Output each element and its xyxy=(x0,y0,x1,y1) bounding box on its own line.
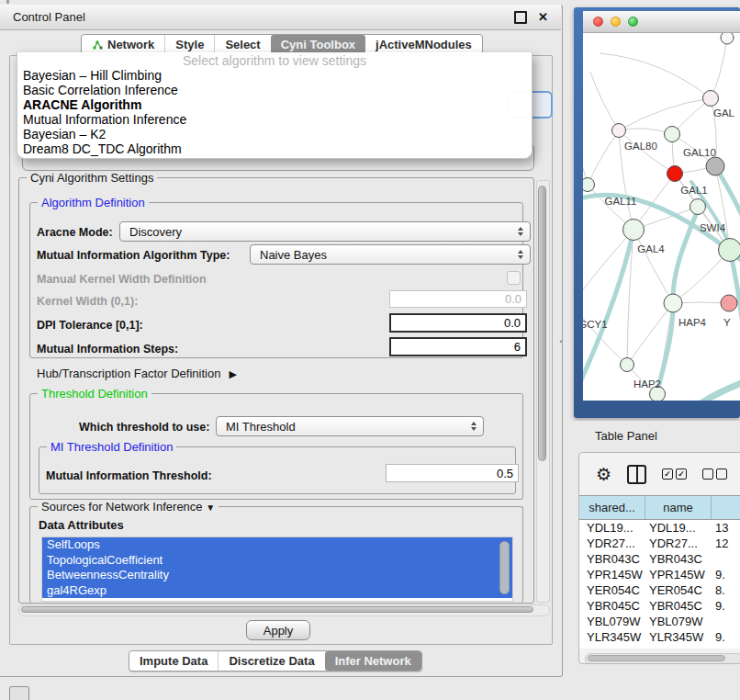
sources-group-title[interactable]: Sources for Network Inference ▼ xyxy=(38,500,219,514)
kernel-width-field[interactable]: 0.0 xyxy=(389,290,527,308)
dropdown-item-mutual-information[interactable]: Mutual Information Inference xyxy=(17,112,532,127)
which-threshold-select[interactable]: MI Threshold xyxy=(216,416,484,436)
table-row[interactable]: YBR045CYBR045C9. xyxy=(579,598,740,614)
dropdown-item-basic-correlation[interactable]: Basic Correlation Inference xyxy=(17,83,532,97)
tab-select[interactable]: Select xyxy=(214,35,270,54)
node-label: GAL11 xyxy=(605,196,637,207)
hub-definition-toggle[interactable]: Hub/Transcription Factor Definition▶ xyxy=(37,367,237,380)
tab-cyni-toolbox-label: Cyni Toolbox xyxy=(281,35,355,54)
table-row[interactable]: YPR145WYPR145W9. xyxy=(579,567,740,582)
tab-cyni-toolbox[interactable]: Cyni Toolbox xyxy=(271,35,365,54)
tab-select-label: Select xyxy=(225,35,260,54)
network-window-titlebar[interactable] xyxy=(583,11,740,33)
mi-type-select[interactable]: Naive Bayes xyxy=(250,244,531,265)
gear-icon[interactable]: ⚙ xyxy=(596,466,611,483)
node-unlabeled-mid[interactable] xyxy=(690,199,706,215)
zoom-window-icon[interactable] xyxy=(628,17,638,27)
settings-vertical-scrollbar-thumb[interactable] xyxy=(538,186,546,461)
node-gal80[interactable] xyxy=(612,124,626,138)
column-header-partial[interactable] xyxy=(712,496,740,519)
cell: YPR145W xyxy=(645,567,712,582)
deselect-all-icon[interactable] xyxy=(702,469,727,480)
manual-kernel-checkbox[interactable] xyxy=(507,271,521,285)
table-horizontal-scrollbar[interactable] xyxy=(585,653,740,664)
tab-impute-data-label: Impute Data xyxy=(140,651,207,671)
close-panel-icon[interactable]: ✕ xyxy=(538,11,548,23)
dropdown-item-bayesian-hill-climbing[interactable]: Bayesian – Hill Climbing xyxy=(17,68,532,83)
node-label: GCY1 xyxy=(583,319,608,330)
node-label: Y xyxy=(723,317,731,328)
cell: YDR27... xyxy=(579,536,645,551)
list-item-betweennesscentrality[interactable]: BetweennessCentrality xyxy=(42,568,512,583)
table-row[interactable]: YBR043CYBR043C xyxy=(579,551,740,567)
apply-button[interactable]: Apply xyxy=(246,620,310,640)
table-horizontal-scrollbar-thumb[interactable] xyxy=(588,655,725,661)
table-row[interactable]: YDR27...YDR27...12 xyxy=(579,536,740,551)
cell: YBR045C xyxy=(645,598,712,614)
mi-steps-field[interactable]: 6 xyxy=(389,337,527,356)
node-gray[interactable] xyxy=(706,157,724,175)
list-scrollbar-thumb[interactable] xyxy=(499,541,510,594)
cell xyxy=(712,551,740,567)
settings-vertical-scrollbar[interactable] xyxy=(536,180,550,603)
node-hap2[interactable] xyxy=(621,358,634,372)
list-item-topologicalcoefficient[interactable]: TopologicalCoefficient xyxy=(42,553,512,569)
tab-network[interactable]: Network xyxy=(82,35,164,54)
dropdown-item-aracne[interactable]: ARACNE Algorithm xyxy=(17,97,532,112)
node-y-partial[interactable] xyxy=(721,295,737,311)
node-unlabeled-top[interactable] xyxy=(721,33,734,44)
cell: 9. xyxy=(712,629,740,645)
column-header-shared-name[interactable]: shared... xyxy=(579,496,645,519)
table-row[interactable]: YBL079WYBL079W xyxy=(579,614,740,629)
cyni-settings-group-title: Cyni Algorithm Settings xyxy=(27,171,157,185)
table-panel-header: Table Panel xyxy=(564,421,740,450)
mi-threshold-definition-title: MI Threshold Definition xyxy=(47,440,176,454)
cell: YBR045C xyxy=(579,598,645,614)
cell xyxy=(712,614,740,629)
data-attributes-label: Data Attributes xyxy=(39,518,124,532)
tab-jactivemnodules[interactable]: jActiveMNodules xyxy=(365,35,482,54)
minimize-window-icon[interactable] xyxy=(611,17,621,27)
node-gal1[interactable] xyxy=(667,166,683,182)
docked-mini-button[interactable] xyxy=(9,686,29,700)
close-window-icon[interactable] xyxy=(593,17,603,27)
dpi-tolerance-label: DPI Tolerance [0,1]: xyxy=(37,319,143,332)
tab-infer-network[interactable]: Infer Network xyxy=(325,651,421,671)
table-row[interactable]: YLR345WYLR345W9. xyxy=(579,629,740,645)
node-swi4[interactable] xyxy=(719,239,740,262)
node-label: GAL xyxy=(713,107,735,119)
split-columns-icon[interactable] xyxy=(627,465,646,484)
algorithm-dropdown-list: Select algorithm to view settings Bayesi… xyxy=(17,52,533,159)
float-window-icon[interactable] xyxy=(514,11,527,24)
settings-horizontal-scrollbar[interactable] xyxy=(18,604,550,616)
table-row[interactable]: YDL19...YDL19...13 xyxy=(579,520,740,536)
tab-discretize-data[interactable]: Discretize Data xyxy=(218,651,324,671)
select-all-icon[interactable]: ✓ ✓ xyxy=(662,469,687,480)
table-row[interactable]: YER054CYER054C8. xyxy=(579,582,740,598)
cell: 13 xyxy=(712,520,740,536)
node-hap4[interactable] xyxy=(664,294,682,312)
column-header-name[interactable]: name xyxy=(645,496,712,519)
node-gal10[interactable] xyxy=(665,127,680,142)
network-canvas[interactable]: GAL GAL80 GAL10 GAL1 GAL11 GAL4 SWI4 HAP… xyxy=(583,33,740,401)
aracne-mode-select[interactable]: Discovery xyxy=(119,221,531,242)
list-item-gal4rgexp[interactable]: gal4RGexp xyxy=(42,583,512,599)
aracne-mode-label: Aracne Mode: xyxy=(37,226,113,239)
cell: YLR345W xyxy=(579,629,645,645)
list-item-selfloops[interactable]: SelfLoops xyxy=(42,537,512,553)
tab-impute-data[interactable]: Impute Data xyxy=(129,651,218,671)
node-gal11[interactable] xyxy=(583,178,595,192)
mi-threshold-field[interactable]: 0.5 xyxy=(386,464,519,482)
node-gal-partial[interactable] xyxy=(703,91,719,107)
node-gal4[interactable] xyxy=(623,220,645,241)
dpi-tolerance-field[interactable]: 0.0 xyxy=(389,313,527,333)
tab-style[interactable]: Style xyxy=(164,35,214,54)
dropdown-item-dream8[interactable]: Dream8 DC_TDC Algorithm xyxy=(17,141,532,156)
tab-network-label: Network xyxy=(107,35,154,54)
table-row[interactable]: YIL052CYIL052C0 xyxy=(579,645,740,649)
settings-horizontal-scrollbar-thumb[interactable] xyxy=(21,606,533,613)
cell: 9. xyxy=(712,567,740,582)
pane-splitter-handle[interactable]: ‣ xyxy=(559,339,566,346)
mi-type-value: Naive Bayes xyxy=(260,248,327,262)
dropdown-item-bayesian-k2[interactable]: Bayesian – K2 xyxy=(17,127,532,141)
